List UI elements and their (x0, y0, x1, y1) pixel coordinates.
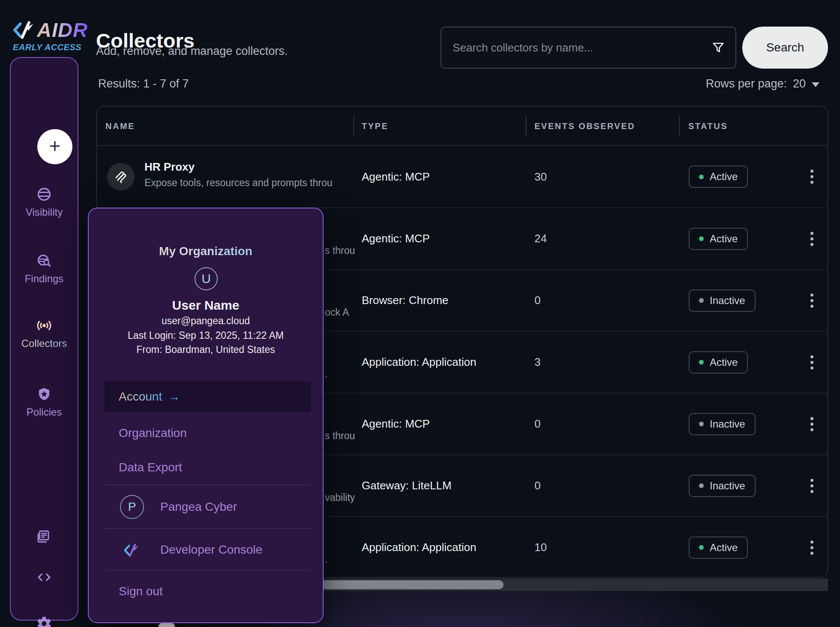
collector-type: Application: Application (362, 517, 476, 578)
rows-per-page-label: Rows per page: (706, 77, 787, 90)
user-menu-popup: My Organization U User Name user@pangea.… (88, 208, 324, 623)
rows-per-page-control[interactable]: Rows per page: 20 (706, 77, 819, 90)
sidebar-item-docs[interactable] (11, 528, 78, 546)
app-window: AIDR EARLY ACCESS + VisibilityFindingsCo… (0, 0, 840, 627)
broadcast-icon (36, 318, 53, 335)
status-badge: Inactive (689, 413, 756, 435)
sidebar-item-collectors[interactable]: Collectors (11, 318, 78, 350)
collector-events-observed: 10 (534, 517, 547, 578)
column-header-events[interactable]: EVENTS OBSERVED (534, 106, 635, 146)
collector-text-fragment: . (325, 554, 327, 565)
menu-item-sign-out[interactable]: Sign out (119, 585, 163, 598)
rows-per-page-value: 20 (793, 77, 806, 90)
pangea-avatar-initial: P (128, 500, 136, 514)
sidebar-item-label: Findings (11, 273, 78, 285)
column-divider (679, 116, 680, 136)
menu-item-organization[interactable]: Organization (119, 426, 187, 440)
status-dot-icon (699, 236, 704, 241)
collector-avatar (107, 163, 135, 190)
row-actions-button[interactable] (807, 167, 817, 187)
menu-item-pangea-cyber[interactable]: Pangea Cyber (160, 500, 237, 514)
menu-divider (105, 485, 311, 485)
status-label: Active (710, 233, 738, 245)
user-email: user@pangea.cloud (89, 315, 323, 327)
column-header-type[interactable]: TYPE (362, 106, 388, 146)
last-login: Last Login: Sep 13, 2025, 11:22 AM (89, 330, 323, 341)
sidebar-item-code[interactable] (11, 570, 78, 587)
globe-search-icon (36, 253, 52, 270)
column-header-status[interactable]: STATUS (688, 106, 728, 146)
sidebar-item-settings[interactable]: Settings (11, 615, 78, 627)
sidebar: + VisibilityFindingsCollectorsPoliciesSe… (10, 57, 78, 621)
menu-item-developer-console[interactable]: Developer Console (160, 543, 262, 557)
status-label: Inactive (710, 480, 745, 492)
collector-type: Agentic: MCP (362, 208, 430, 269)
menu-item-account[interactable]: Account → (105, 381, 311, 412)
collector-text-fragment: s throu (325, 430, 355, 442)
row-actions-button[interactable] (807, 291, 817, 310)
status-label: Inactive (710, 295, 745, 307)
sidebar-item-findings[interactable]: Findings (11, 253, 78, 285)
collector-text-fragment: s throu (325, 245, 355, 256)
table-header: NAME TYPE EVENTS OBSERVED STATUS (97, 106, 828, 146)
user-avatar-initial: U (201, 271, 211, 286)
status-dot-icon (699, 545, 704, 550)
collector-name-cell: HR Proxy Expose tools, resources and pro… (144, 160, 353, 189)
collector-text-fragment: . (325, 368, 327, 380)
sidebar-item-policies[interactable]: Policies (11, 386, 78, 418)
status-dot-icon (699, 298, 704, 303)
sidebar-item-label: Visibility (11, 206, 78, 218)
gear-icon (36, 615, 52, 627)
sidebar-item-visibility[interactable]: Visibility (11, 187, 78, 218)
collector-type: Application: Application (362, 332, 476, 393)
filter-icon[interactable] (711, 41, 725, 54)
row-actions-button[interactable] (807, 476, 817, 495)
status-dot-icon (699, 483, 704, 488)
collector-events-observed: 0 (534, 270, 540, 331)
collector-type: Agentic: MCP (362, 146, 430, 208)
brand-logo[interactable]: AIDR (13, 18, 88, 42)
row-actions-button[interactable] (807, 538, 817, 557)
table-row[interactable]: HR Proxy Expose tools, resources and pro… (97, 146, 828, 208)
code-icon (36, 570, 53, 587)
status-dot-icon (699, 422, 704, 426)
plus-icon: + (49, 136, 61, 156)
status-label: Inactive (710, 418, 745, 430)
collector-description: Expose tools, resources and prompts thro… (144, 177, 353, 189)
row-actions-button[interactable] (807, 353, 817, 372)
menu-item-data-export[interactable]: Data Export (119, 461, 182, 474)
collector-events-observed: 30 (534, 146, 547, 208)
add-collector-button[interactable]: + (37, 129, 72, 164)
pangea-avatar: P (120, 495, 144, 519)
search-button[interactable]: Search (742, 27, 828, 69)
status-badge: Inactive (689, 289, 756, 312)
status-badge: Active (689, 351, 748, 374)
collector-name: HR Proxy (144, 160, 353, 174)
menu-divider (105, 570, 311, 571)
status-badge: Active (689, 228, 748, 250)
column-divider (526, 116, 526, 136)
collector-type: Gateway: LiteLLM (362, 455, 452, 516)
collector-events-observed: 24 (534, 208, 547, 269)
chevron-down-icon (812, 82, 819, 87)
account-label: Account (119, 390, 162, 404)
column-header-name[interactable]: NAME (105, 106, 135, 146)
row-actions-button[interactable] (807, 414, 817, 434)
login-location: From: Boardman, United States (89, 344, 323, 356)
status-label: Active (710, 171, 738, 183)
arrow-right-icon: → (168, 390, 180, 404)
row-actions-button[interactable] (807, 229, 817, 248)
status-label: Active (710, 356, 738, 368)
user-avatar[interactable]: U (195, 267, 218, 290)
pangea-logo-icon (13, 19, 35, 41)
results-count: Results: 1 - 7 of 7 (98, 77, 189, 90)
early-access-label: EARLY ACCESS (13, 42, 81, 52)
status-label: Active (710, 542, 738, 554)
search-input[interactable] (441, 41, 711, 54)
developer-console-icon (123, 541, 141, 559)
status-badge: Active (689, 537, 748, 559)
status-dot-icon (699, 175, 704, 179)
collector-type: Browser: Chrome (362, 270, 448, 331)
collector-type: Agentic: MCP (362, 393, 430, 455)
collector-events-observed: 3 (534, 332, 540, 393)
